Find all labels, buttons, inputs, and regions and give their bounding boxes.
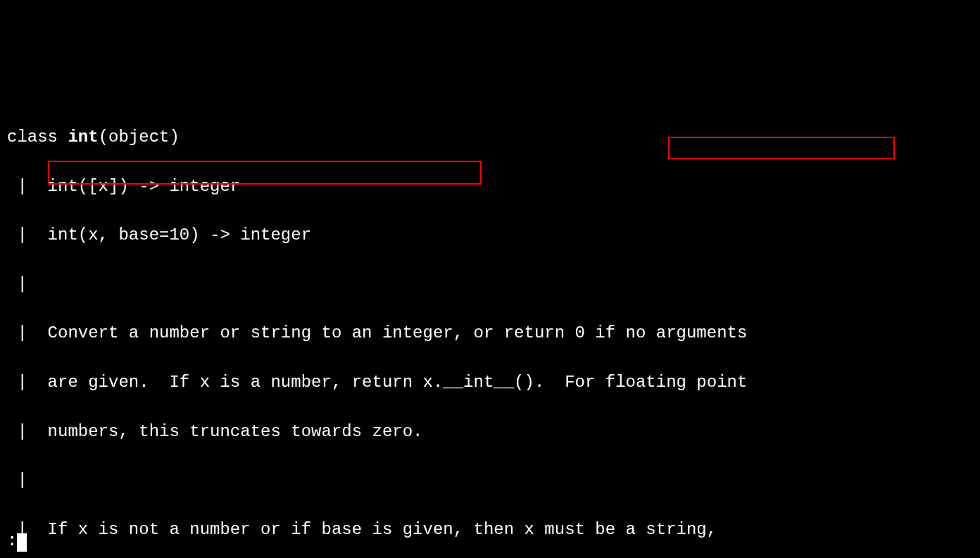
pager-prompt[interactable]: : (7, 529, 27, 554)
terminal-output: class int(object) | int([x]) -> integer … (7, 101, 980, 558)
help-line: | numbers, this truncates towards zero. (7, 420, 980, 445)
help-line: | int(x, base=10) -> integer (7, 223, 980, 248)
cursor-block (17, 533, 27, 552)
help-line: | If x is not a number or if base is giv… (7, 518, 980, 542)
help-line: | Convert a number or string to an integ… (7, 321, 980, 346)
help-line: | (7, 469, 980, 493)
help-line-class: class int(object) (7, 125, 980, 150)
help-line: | (7, 273, 980, 297)
help-line: | are given. If x is a number, return x.… (7, 371, 980, 395)
help-line: | int([x]) -> integer (7, 175, 980, 199)
